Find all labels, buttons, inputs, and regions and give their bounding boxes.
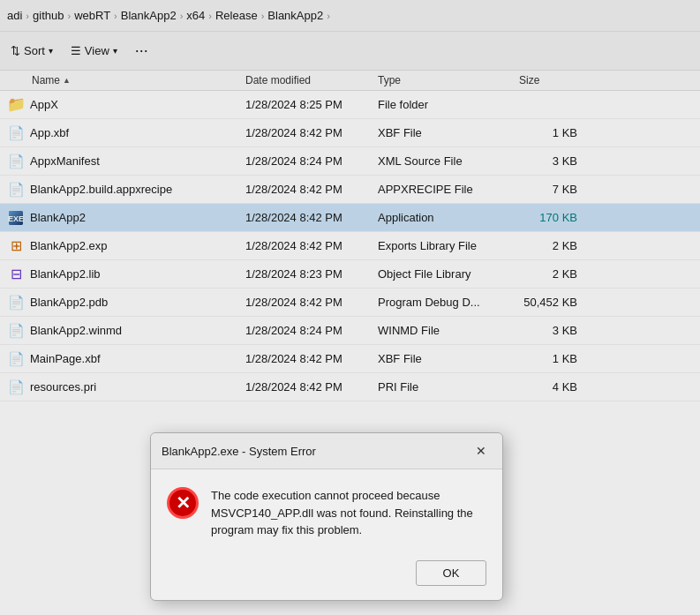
dialog-body: ✕ The code execution cannot proceed beca… [151,469,502,553]
error-icon: ✕ [167,487,199,519]
dialog-footer: OK [151,553,502,600]
ok-button[interactable]: OK [416,560,486,586]
error-dialog: BlankApp2.exe - System Error ✕ ✕ The cod… [150,432,503,601]
dialog-message: The code execution cannot proceed becaus… [211,487,486,539]
dialog-close-button[interactable]: ✕ [470,440,492,461]
dialog-titlebar: BlankApp2.exe - System Error ✕ [151,433,502,469]
dialog-title: BlankApp2.exe - System Error [162,445,316,458]
dialog-overlay: BlankApp2.exe - System Error ✕ ✕ The cod… [0,0,700,615]
